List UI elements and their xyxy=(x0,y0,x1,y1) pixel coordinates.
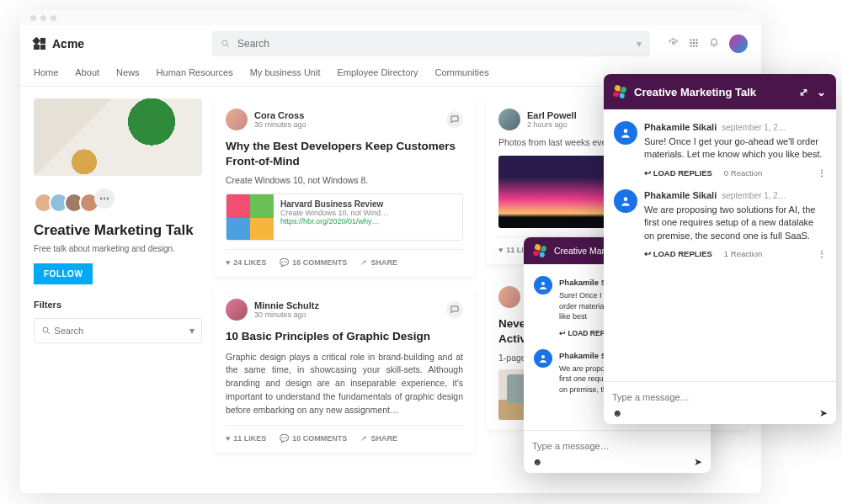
likes-button[interactable]: ♥ 24 LIKES xyxy=(226,258,266,267)
chat-header[interactable]: Creative Marketing Talk ⤢ ⌄ xyxy=(604,74,836,109)
chevron-down-icon[interactable]: ▾ xyxy=(637,38,642,50)
svg-rect-9 xyxy=(690,45,692,46)
traffic-light-max[interactable] xyxy=(51,15,56,21)
brand[interactable]: Acme xyxy=(34,37,202,50)
post-card: Minnie Schultz 30 minutes ago 10 Basic P… xyxy=(214,289,475,453)
svg-rect-3 xyxy=(690,39,692,40)
user-avatar[interactable] xyxy=(729,34,748,53)
nav-hr[interactable]: Human Resources xyxy=(157,67,233,77)
reactions-count[interactable]: 1 Reaction xyxy=(724,249,762,258)
message: Phakamile Sikaliseptember 1, 2… Sure! On… xyxy=(604,118,836,165)
community-title: Creative Marketing Talk xyxy=(34,221,202,239)
emoji-icon[interactable]: ☻ xyxy=(532,456,543,468)
more-icon[interactable]: ⋮ xyxy=(818,249,826,258)
post-time: 2 hours ago xyxy=(527,120,577,129)
nav-bu[interactable]: My business Unit xyxy=(250,67,321,77)
likes-button[interactable]: ♥ 11 LIKES xyxy=(226,434,266,443)
search-icon xyxy=(41,326,51,336)
comments-button[interactable]: 💬 10 COMMENTS xyxy=(280,434,347,443)
traffic-light-min[interactable] xyxy=(40,15,46,21)
svg-point-0 xyxy=(222,40,227,45)
author-name[interactable]: Earl Powell xyxy=(527,110,577,120)
message-author: Phakamile Sikali xyxy=(644,122,717,132)
global-search-input[interactable] xyxy=(237,38,637,50)
nav-about[interactable]: About xyxy=(75,67,99,77)
chat-messages[interactable]: Phakamile Sikaliseptember 1, 2… Sure! On… xyxy=(604,109,836,381)
traffic-light-close[interactable] xyxy=(30,15,36,21)
left-panel: ⋯ Creative Marketing Talk Free talk abou… xyxy=(34,98,202,464)
chat-message-input[interactable] xyxy=(612,387,828,407)
slack-icon xyxy=(532,243,546,257)
chat-title: Creative Marketing Talk xyxy=(634,86,756,98)
comment-icon[interactable] xyxy=(446,111,463,128)
reactions-count[interactable]: 0 Reaction xyxy=(724,168,762,178)
link-title: Harvard Business Review xyxy=(280,199,388,209)
post-time: 30 minutes ago xyxy=(254,120,306,129)
gear-icon[interactable] xyxy=(669,38,679,50)
header-actions xyxy=(660,34,748,53)
community-cover-image xyxy=(34,98,202,176)
follow-button[interactable]: FOLLOW xyxy=(34,263,93,284)
emoji-icon[interactable]: ☻ xyxy=(612,407,623,419)
svg-rect-4 xyxy=(693,39,695,40)
global-search[interactable]: ▾ xyxy=(212,31,650,56)
svg-rect-10 xyxy=(693,45,695,46)
message-author: Phakamile Sikali xyxy=(644,190,717,200)
brand-logo-icon xyxy=(34,38,45,50)
filter-search-input[interactable] xyxy=(54,326,189,336)
svg-line-1 xyxy=(227,45,230,48)
author-avatar[interactable] xyxy=(498,109,520,130)
message-date: september 1, 2… xyxy=(722,191,786,200)
author-avatar[interactable] xyxy=(498,286,520,308)
author-avatar[interactable] xyxy=(226,299,248,321)
svg-point-12 xyxy=(43,327,48,332)
nav-home[interactable]: Home xyxy=(34,67,58,77)
link-desc: Create Windows 10, not Wind… xyxy=(280,209,388,217)
nav-communities[interactable]: Communities xyxy=(434,67,488,77)
chevron-down-icon[interactable]: ▾ xyxy=(189,325,195,337)
author-avatar[interactable] xyxy=(226,109,248,130)
post-subtitle: Create Windows 10, not Windows 8. xyxy=(226,175,463,185)
send-icon[interactable]: ➤ xyxy=(694,456,702,468)
community-desc: Free talk about marketing and design. xyxy=(34,244,202,253)
svg-rect-8 xyxy=(696,42,698,44)
share-button[interactable]: ↗ SHARE xyxy=(360,258,397,267)
comments-button[interactable]: 💬 16 COMMENTS xyxy=(280,258,347,267)
chevron-down-icon[interactable]: ⌄ xyxy=(817,86,826,98)
more-icon[interactable]: ⋮ xyxy=(818,168,826,178)
chat-message-input[interactable] xyxy=(532,436,702,456)
message: Phakamile Sikaliseptember 1, 2… We are p… xyxy=(604,186,836,246)
bell-icon[interactable] xyxy=(709,38,719,50)
brand-name: Acme xyxy=(52,37,84,50)
more-members-button[interactable]: ⋯ xyxy=(94,188,115,209)
members-avatar-stack[interactable] xyxy=(34,193,94,213)
expand-icon[interactable]: ⤢ xyxy=(799,86,808,98)
message-date: september 1, 2… xyxy=(722,123,786,132)
nav-news[interactable]: News xyxy=(116,67,140,77)
author-name[interactable]: Minnie Schultz xyxy=(254,300,319,310)
post-card: Cora Cross 30 minutes ago Why the Best D… xyxy=(214,98,475,277)
nav-directory[interactable]: Employee Directory xyxy=(337,67,418,77)
message-body: We are proposing two solutions for AI, t… xyxy=(644,204,826,242)
svg-line-13 xyxy=(48,332,51,335)
message-body: Sure! Once I get your go-ahead we'll ord… xyxy=(644,135,826,162)
apps-icon[interactable] xyxy=(689,38,699,50)
person-icon xyxy=(614,189,637,213)
link-preview[interactable]: Harvard Business Review Create Windows 1… xyxy=(226,194,463,241)
post-title[interactable]: 10 Basic Principles of Graphic Design xyxy=(226,329,463,344)
post-body: Graphic design plays a critical role in … xyxy=(226,351,463,417)
author-name[interactable]: Cora Cross xyxy=(254,110,306,120)
link-url: https://hbr.org/2020/01/why… xyxy=(280,217,388,225)
comment-icon[interactable] xyxy=(446,301,463,318)
load-replies-button[interactable]: ↩ LOAD REPLIES xyxy=(644,168,712,178)
load-replies-button[interactable]: ↩ LOAD REPLIES xyxy=(644,249,712,258)
post-title[interactable]: Why the Best Developers Keep Customers F… xyxy=(226,139,463,168)
filter-search[interactable]: ▾ xyxy=(34,318,202,343)
search-icon xyxy=(221,39,231,49)
share-button[interactable]: ↗ SHARE xyxy=(360,434,397,443)
send-icon[interactable]: ➤ xyxy=(819,407,828,419)
svg-rect-6 xyxy=(690,42,692,44)
svg-rect-7 xyxy=(693,42,695,44)
svg-point-17 xyxy=(624,197,628,201)
chat-panel-large: Creative Marketing Talk ⤢ ⌄ Phakamile Si… xyxy=(604,74,836,424)
